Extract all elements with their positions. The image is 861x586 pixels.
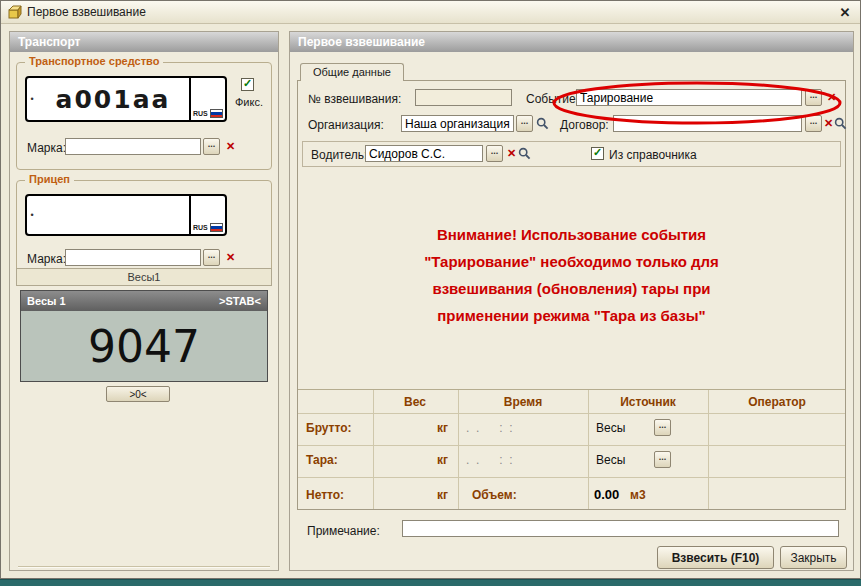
titlebar: Первое взвешивание ✕ [1,1,860,24]
weighing-panel-header: Первое взвешивание [290,32,853,52]
organization-ellipsis-button[interactable]: ... [516,115,533,132]
weights-table: Вес Время Источник Оператор Брутто: кг .… [298,389,845,509]
vehicle-brand-ellipsis-button[interactable]: ... [203,138,220,155]
note-label: Примечание: [307,524,380,538]
brutto-time: . . : : [466,421,513,435]
contract-search-button[interactable] [833,115,848,132]
scale-stab-indicator: >STAB< [219,295,261,307]
driver-ellipsis-button[interactable]: ... [486,145,503,162]
vehicle-group: Транспортное средство • а001аа RUS ✓ Фик… [16,62,272,170]
fixed-checkbox[interactable]: ✓ [241,78,254,91]
contract-label: Договор: [560,118,609,132]
organization-search-button[interactable] [535,115,550,132]
trailer-group-title: Прицеп [25,173,74,185]
tara-unit: кг [373,453,448,467]
fixed-checkbox-label: Фикс. [235,96,263,108]
vehicle-plate-number: а001аа [37,78,189,120]
trailer-brand-ellipsis-button[interactable]: ... [203,249,220,266]
rus-label: RUS [193,224,208,231]
plate-dot-icon: • [27,196,37,234]
brutto-unit: кг [373,421,448,435]
netto-unit: кг [373,488,448,502]
note-input[interactable] [402,520,839,537]
trailer-group: Прицеп • RUS Марка: ... ✕ [16,180,272,280]
transport-panel-header: Транспорт [10,32,278,52]
event-ellipsis-button[interactable]: ... [805,89,822,106]
trailer-plate-number [37,196,189,234]
organization-label: Организация: [308,118,384,132]
weighing-panel: Первое взвешивание Общие данные № взвеши… [289,31,854,571]
desktop-edge [0,579,861,586]
trailer-brand-label: Марка: [27,252,66,266]
screen: Первое взвешивание ✕ Транспорт Транспорт… [0,0,861,586]
weighing-number-input[interactable] [415,89,512,106]
plate-dot-icon: • [27,78,37,120]
brutto-label: Брутто: [306,421,352,435]
weigh-button[interactable]: Взвесить (F10) [657,546,774,569]
trailer-plate-region: RUS [189,196,225,234]
check-icon: ✓ [593,146,602,159]
brutto-source-ellipsis-button[interactable]: ... [654,419,671,436]
close-button[interactable]: Закрыть [780,546,847,569]
vehicle-brand-input[interactable] [65,138,201,155]
tara-source: Весы [596,453,625,467]
scale-display: Весы 1 >STAB< 9047 [20,290,268,382]
col-header-operator: Оператор [748,395,806,409]
col-header-weight: Вес [404,395,426,409]
vehicle-brand-label: Марка: [27,141,66,155]
driver-strip: Водитель: ... ✕ ✓ Из справочника [302,141,841,167]
magnifier-icon [518,147,531,160]
trailer-plate-field[interactable]: • RUS [25,194,227,236]
volume-unit: м3 [630,488,646,502]
from-catalog-label: Из справочника [609,148,697,162]
number-label: № взвешивания: [308,92,401,106]
scale-name: Весы 1 [27,295,66,307]
driver-input[interactable] [365,145,483,162]
left-panel-divider [18,566,270,568]
warning-text: Внимание! Использование события "Тариров… [328,221,815,329]
tara-label: Тара: [306,453,338,467]
russia-flag-icon [210,109,223,118]
tab-content: № взвешивания: Событие: ... ✕ Организаци… [297,80,846,510]
contract-input[interactable] [613,115,802,132]
scale-panel-caption: Весы1 [16,268,272,286]
scale-weight-value: 9047 [88,321,200,372]
col-header-time: Время [504,395,542,409]
volume-label: Объем: [472,488,517,502]
vehicle-plate-field[interactable]: • а001аа RUS [25,76,227,122]
vehicle-brand-clear-button[interactable]: ✕ [223,138,238,155]
tab-general-data[interactable]: Общие данные [300,63,404,81]
brutto-source: Весы [596,421,625,435]
netto-label: Нетто: [306,488,344,502]
tara-time: . . : : [466,453,513,467]
check-icon: ✓ [243,77,252,90]
trailer-brand-input[interactable] [65,249,201,266]
vehicle-plate-region: RUS [189,78,225,120]
volume-value: 0.00 [594,487,619,502]
close-window-button[interactable]: ✕ [836,3,854,21]
transport-panel: Транспорт Транспортное средство • а001аа… [9,31,279,571]
magnifier-icon [834,117,847,130]
vehicle-group-title: Транспортное средство [25,55,163,67]
magnifier-icon [536,117,549,130]
tara-source-ellipsis-button[interactable]: ... [654,451,671,468]
organization-input[interactable] [401,115,514,132]
trailer-brand-clear-button[interactable]: ✕ [223,249,238,266]
rus-label: RUS [193,110,208,117]
scale-zero-button[interactable]: >0< [106,386,170,402]
col-header-source: Источник [620,395,676,409]
driver-search-button[interactable] [517,145,532,162]
driver-label: Водитель: [311,148,367,162]
event-clear-button[interactable]: ✕ [824,89,839,106]
first-weighing-window: Первое взвешивание ✕ Транспорт Транспорт… [0,0,861,579]
contract-ellipsis-button[interactable]: ... [805,115,822,132]
event-input[interactable] [576,89,802,106]
event-label: Событие: [526,92,579,106]
from-catalog-checkbox[interactable]: ✓ [591,147,604,160]
window-title: Первое взвешивание [27,5,146,19]
russia-flag-icon [210,223,223,232]
app-icon [7,5,22,20]
